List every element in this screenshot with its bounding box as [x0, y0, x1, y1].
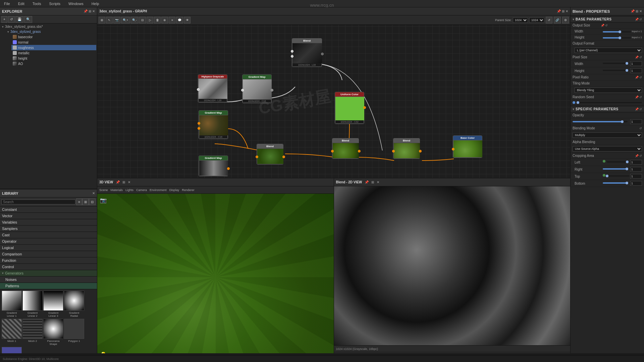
node-blend3-port-in[interactable] — [331, 150, 334, 153]
node-blend3-port-out[interactable] — [358, 150, 361, 153]
output-height-slider-thumb[interactable] — [619, 37, 621, 39]
node-gradient3-port-out[interactable] — [227, 167, 230, 170]
blending-mode-select[interactable]: Multiply Normal Add Screen Overlay — [573, 132, 642, 138]
node-gradient2[interactable]: Gradient Map 1024x1024 - C16 — [199, 110, 228, 139]
lib-item-mesh1[interactable]: Mesh 1 — [2, 319, 21, 346]
node-blend3[interactable]: Blend — [332, 138, 359, 159]
explorer-refresh-btn[interactable]: ↺ — [8, 16, 15, 23]
tree-metallic[interactable]: metallic — [11, 50, 96, 56]
cropping-area-pin-icon[interactable]: 📌 — [635, 154, 639, 158]
lib-cat-cast[interactable]: Cast — [0, 232, 97, 238]
graph-tb-zoom-in[interactable]: 🔍+ — [121, 17, 130, 23]
lib-cat-samplers[interactable]: Samplers — [0, 226, 97, 232]
node-basecolor1[interactable]: Base Color — [453, 135, 482, 158]
base-params-reset-icon[interactable]: ↺ — [639, 18, 642, 21]
random-seed-pin-icon[interactable]: 📌 — [635, 96, 639, 99]
library-view-btn[interactable]: ⊞ — [82, 198, 89, 205]
graph-float-btn[interactable]: ⊞ — [562, 9, 565, 13]
tree-roughness[interactable]: roughness — [11, 45, 96, 50]
tree-file-item[interactable]: 3dex_stylized_grass.sbs* — [1, 24, 96, 29]
view2d-close-btn[interactable]: ✕ — [377, 180, 379, 184]
tree-normal[interactable]: normal — [11, 40, 96, 45]
lib-cat-control[interactable]: Control — [0, 264, 97, 270]
view3d-display-menu[interactable]: Display — [169, 188, 179, 192]
graph-tb-refresh[interactable]: ↺ — [546, 17, 552, 23]
specific-params-pin-icon[interactable]: 📌 — [635, 108, 639, 111]
graph-tb-comment[interactable]: 💬 — [176, 17, 183, 23]
graph-tb-camera[interactable]: 📷 — [113, 17, 120, 23]
graph-tb-fit[interactable]: ⊞ — [99, 17, 105, 23]
lib-cat-function[interactable]: Function — [0, 257, 97, 264]
specific-params-reset-icon[interactable]: ↺ — [639, 108, 642, 111]
graph-tb-zoom-out[interactable]: 🔍- — [130, 17, 139, 23]
view3d-scene-menu[interactable]: Scene — [99, 188, 108, 192]
opacity-slider-thumb[interactable] — [621, 120, 624, 123]
node-blend1-port-in2[interactable] — [291, 55, 293, 58]
output-size-pin-btn[interactable]: 📌 — [601, 24, 604, 27]
props-pin-btn[interactable]: 📌 — [631, 9, 635, 13]
output-width-slider-thumb[interactable] — [619, 31, 621, 33]
crop-top-input[interactable] — [630, 174, 642, 179]
lib-cat-comparison[interactable]: Comparison — [0, 251, 97, 257]
view3d-close-btn[interactable]: ✕ — [128, 180, 130, 184]
graph-tb-select[interactable]: ↖ — [106, 17, 113, 23]
graph-tb-align[interactable]: ≡ — [169, 17, 175, 23]
graph-pin-btn[interactable]: 📌 — [557, 9, 561, 13]
node-gradient2-port-out2[interactable] — [198, 127, 200, 130]
tree-graph-item[interactable]: 3dex_stylized_grass — [6, 29, 96, 34]
library-filter-btn[interactable]: ≡ — [76, 198, 82, 205]
node-blend1-port-in1[interactable] — [291, 50, 293, 53]
crop-left-slider-thumb[interactable] — [626, 161, 629, 163]
pixel-width-input[interactable] — [630, 61, 642, 66]
graph-tb-frame[interactable]: ⊟ — [139, 17, 146, 23]
lib-item-gradient3[interactable]: GradientLinear 3 — [44, 291, 63, 317]
view3d-float-btn[interactable]: ⊞ — [122, 180, 125, 184]
menu-file[interactable]: File — [2, 1, 12, 6]
tiling-mode-select[interactable]: Blendy Tiling No Tiling H+V Tiling — [575, 87, 642, 93]
lib-cat-logical[interactable]: Logical — [0, 245, 97, 251]
node-uniform1-port-out[interactable] — [363, 106, 366, 109]
graph-canvas[interactable]: Blend 1024x1024 - L16 Highpass Grayscale — [97, 25, 570, 178]
menu-windows[interactable]: Windows — [66, 1, 86, 6]
menu-tools[interactable]: Tools — [31, 1, 43, 6]
view3d-renderer-menu[interactable]: Renderer — [182, 188, 195, 192]
explorer-add-btn[interactable]: + — [1, 16, 7, 23]
node-blend2[interactable]: Blend — [257, 144, 283, 165]
view2d-float-btn[interactable]: ⊞ — [371, 180, 374, 184]
menu-help[interactable]: Help — [90, 1, 101, 6]
base-params-pin-icon[interactable]: 📌 — [635, 18, 639, 21]
crop-top-slider-thumb[interactable] — [606, 175, 608, 177]
crop-right-slider-thumb[interactable] — [626, 168, 628, 170]
crop-bottom-slider-thumb[interactable] — [626, 182, 628, 184]
node-highpass1[interactable]: Highpass Grayscale 1024x1024 - L16 — [198, 74, 227, 103]
cropping-area-reset-icon[interactable]: ↺ — [639, 154, 642, 158]
pixel-height-input[interactable] — [630, 68, 642, 73]
lib-item-radial[interactable]: GradientRadial — [64, 291, 84, 317]
graph-tb-link[interactable]: 🔗 — [554, 17, 561, 23]
menu-scripts[interactable]: Scripts — [47, 1, 62, 6]
explorer-close-btn[interactable]: ✕ — [92, 9, 95, 13]
pixel-ratio-reset-icon[interactable]: ↺ — [639, 76, 642, 79]
lib-cat-operator[interactable]: Operator — [0, 238, 97, 245]
props-close-btn[interactable]: ✕ — [639, 9, 642, 13]
node-uniform1[interactable]: Uniform Color 1024x1024 - C32 — [335, 92, 364, 124]
lib-cat-variables[interactable]: Variables — [0, 219, 97, 226]
menu-edit[interactable]: Edit — [16, 1, 26, 6]
node-blend4[interactable]: Blend — [393, 138, 420, 159]
view3d-camera-menu[interactable]: Camera — [136, 188, 147, 192]
node-blend2-port-in[interactable] — [256, 156, 258, 158]
library-close-btn[interactable]: ✕ — [92, 191, 95, 195]
explorer-float-btn[interactable]: ⊞ — [89, 9, 91, 13]
lib-item-polygon2[interactable]: Polygon 2 — [2, 347, 21, 353]
tree-basecolor[interactable]: basecolor — [11, 34, 96, 40]
crop-right-input[interactable] — [630, 167, 642, 172]
node-blend2-port-out[interactable] — [282, 156, 285, 158]
node-basecolor1-port-in[interactable] — [452, 148, 454, 150]
pixel-size-reset-icon[interactable]: ↺ — [639, 56, 642, 59]
pixel-width-slider-thumb[interactable] — [626, 62, 628, 65]
pixel-height-slider-thumb[interactable] — [626, 69, 628, 72]
parent-size-width-select[interactable]: 1024 512 2048 — [513, 17, 528, 23]
node-gradient3[interactable]: Gradient Map — [199, 156, 228, 176]
view3d-environment-menu[interactable]: Environment — [150, 188, 167, 192]
graph-tb-snap[interactable]: ⊕ — [161, 17, 168, 23]
